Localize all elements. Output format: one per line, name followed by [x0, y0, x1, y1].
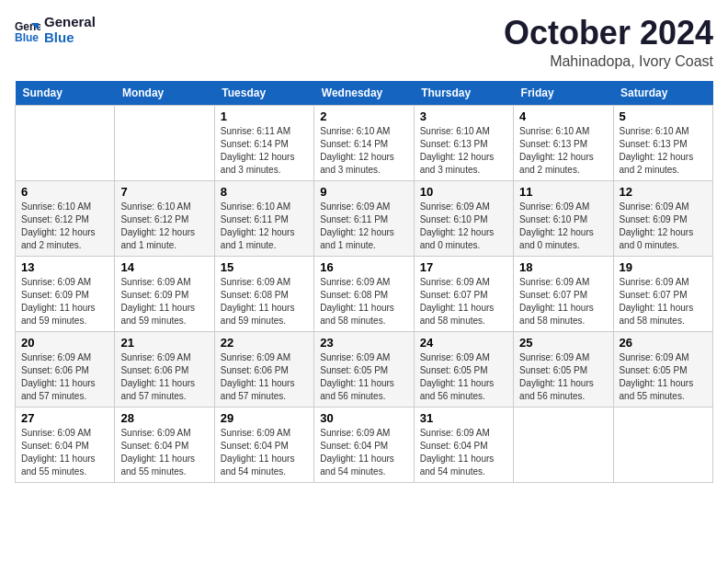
day-info: Sunrise: 6:09 AM Sunset: 6:04 PM Dayligh… [221, 427, 308, 478]
day-cell: 8Sunrise: 6:10 AM Sunset: 6:11 PM Daylig… [214, 180, 313, 256]
day-cell: 29Sunrise: 6:09 AM Sunset: 6:04 PM Dayli… [214, 407, 313, 482]
day-number: 31 [420, 411, 507, 425]
day-cell: 15Sunrise: 6:09 AM Sunset: 6:08 PM Dayli… [214, 256, 313, 331]
day-cell: 31Sunrise: 6:09 AM Sunset: 6:04 PM Dayli… [414, 407, 513, 482]
day-cell: 11Sunrise: 6:09 AM Sunset: 6:10 PM Dayli… [514, 180, 613, 256]
day-cell: 25Sunrise: 6:09 AM Sunset: 6:05 PM Dayli… [514, 331, 613, 407]
header-monday: Monday [115, 81, 214, 106]
header-tuesday: Tuesday [214, 81, 313, 106]
header-saturday: Saturday [613, 81, 712, 106]
header-friday: Friday [514, 81, 613, 106]
day-number: 1 [221, 109, 308, 123]
day-number: 10 [420, 185, 507, 199]
day-info: Sunrise: 6:09 AM Sunset: 6:05 PM Dayligh… [519, 351, 607, 403]
day-cell: 3Sunrise: 6:10 AM Sunset: 6:13 PM Daylig… [414, 105, 513, 180]
day-number: 11 [519, 185, 607, 199]
week-row-5: 27Sunrise: 6:09 AM Sunset: 6:04 PM Dayli… [16, 407, 713, 482]
header-thursday: Thursday [414, 81, 513, 106]
day-cell: 6Sunrise: 6:10 AM Sunset: 6:12 PM Daylig… [16, 180, 115, 256]
day-info: Sunrise: 6:09 AM Sunset: 6:09 PM Dayligh… [21, 276, 108, 327]
calendar-table: SundayMondayTuesdayWednesdayThursdayFrid… [15, 81, 713, 483]
day-cell: 13Sunrise: 6:09 AM Sunset: 6:09 PM Dayli… [16, 256, 115, 331]
day-cell: 2Sunrise: 6:10 AM Sunset: 6:14 PM Daylig… [314, 105, 414, 180]
header-sunday: Sunday [16, 81, 115, 106]
day-number: 12 [620, 185, 707, 199]
day-number: 7 [120, 185, 208, 199]
day-number: 2 [320, 109, 407, 123]
week-row-4: 20Sunrise: 6:09 AM Sunset: 6:06 PM Dayli… [16, 331, 713, 407]
day-info: Sunrise: 6:09 AM Sunset: 6:10 PM Dayligh… [420, 201, 507, 252]
day-info: Sunrise: 6:09 AM Sunset: 6:07 PM Dayligh… [420, 276, 507, 327]
logo-line2: Blue [44, 30, 96, 46]
day-number: 4 [519, 109, 607, 123]
day-info: Sunrise: 6:09 AM Sunset: 6:11 PM Dayligh… [320, 201, 407, 252]
logo: General Blue General Blue [15, 15, 96, 45]
day-info: Sunrise: 6:09 AM Sunset: 6:08 PM Dayligh… [221, 276, 308, 327]
day-cell: 9Sunrise: 6:09 AM Sunset: 6:11 PM Daylig… [314, 180, 414, 256]
day-cell: 28Sunrise: 6:09 AM Sunset: 6:04 PM Dayli… [115, 407, 214, 482]
day-info: Sunrise: 6:10 AM Sunset: 6:13 PM Dayligh… [519, 125, 607, 177]
day-number: 30 [320, 411, 407, 425]
day-cell: 19Sunrise: 6:09 AM Sunset: 6:07 PM Dayli… [613, 256, 712, 331]
day-cell: 7Sunrise: 6:10 AM Sunset: 6:12 PM Daylig… [115, 180, 214, 256]
day-info: Sunrise: 6:10 AM Sunset: 6:14 PM Dayligh… [320, 125, 407, 177]
day-cell: 16Sunrise: 6:09 AM Sunset: 6:08 PM Dayli… [314, 256, 414, 331]
day-number: 6 [21, 185, 108, 199]
day-cell: 30Sunrise: 6:09 AM Sunset: 6:04 PM Dayli… [314, 407, 414, 482]
day-number: 29 [221, 411, 308, 425]
day-cell: 26Sunrise: 6:09 AM Sunset: 6:05 PM Dayli… [613, 331, 712, 407]
header: General Blue General Blue October 2024 M… [15, 15, 713, 70]
week-row-3: 13Sunrise: 6:09 AM Sunset: 6:09 PM Dayli… [16, 256, 713, 331]
day-info: Sunrise: 6:09 AM Sunset: 6:09 PM Dayligh… [120, 276, 208, 327]
day-info: Sunrise: 6:09 AM Sunset: 6:05 PM Dayligh… [320, 351, 407, 403]
day-cell: 22Sunrise: 6:09 AM Sunset: 6:06 PM Dayli… [214, 331, 313, 407]
month-title: October 2024 [504, 15, 713, 52]
day-info: Sunrise: 6:10 AM Sunset: 6:13 PM Dayligh… [620, 125, 707, 177]
day-cell: 1Sunrise: 6:11 AM Sunset: 6:14 PM Daylig… [214, 105, 313, 180]
day-info: Sunrise: 6:09 AM Sunset: 6:09 PM Dayligh… [620, 201, 707, 252]
day-info: Sunrise: 6:09 AM Sunset: 6:05 PM Dayligh… [420, 351, 507, 403]
day-cell [115, 105, 214, 180]
day-number: 13 [21, 260, 108, 274]
day-cell [16, 105, 115, 180]
day-number: 27 [21, 411, 108, 425]
week-row-2: 6Sunrise: 6:10 AM Sunset: 6:12 PM Daylig… [16, 180, 713, 256]
day-number: 8 [221, 185, 308, 199]
day-number: 15 [221, 260, 308, 274]
day-number: 25 [519, 336, 607, 350]
day-cell: 18Sunrise: 6:09 AM Sunset: 6:07 PM Dayli… [514, 256, 613, 331]
day-cell: 20Sunrise: 6:09 AM Sunset: 6:06 PM Dayli… [16, 331, 115, 407]
day-info: Sunrise: 6:09 AM Sunset: 6:06 PM Dayligh… [221, 351, 308, 403]
day-cell: 27Sunrise: 6:09 AM Sunset: 6:04 PM Dayli… [16, 407, 115, 482]
day-number: 22 [221, 336, 308, 350]
logo-line1: General [44, 15, 96, 30]
day-info: Sunrise: 6:09 AM Sunset: 6:04 PM Dayligh… [21, 427, 108, 478]
day-number: 14 [120, 260, 208, 274]
day-number: 16 [320, 260, 407, 274]
day-number: 18 [519, 260, 607, 274]
day-cell: 24Sunrise: 6:09 AM Sunset: 6:05 PM Dayli… [414, 331, 513, 407]
day-info: Sunrise: 6:09 AM Sunset: 6:07 PM Dayligh… [519, 276, 607, 327]
day-number: 28 [120, 411, 208, 425]
calendar-header: SundayMondayTuesdayWednesdayThursdayFrid… [16, 81, 713, 106]
day-cell: 17Sunrise: 6:09 AM Sunset: 6:07 PM Dayli… [414, 256, 513, 331]
day-number: 21 [120, 336, 208, 350]
day-info: Sunrise: 6:09 AM Sunset: 6:07 PM Dayligh… [620, 276, 707, 327]
day-number: 23 [320, 336, 407, 350]
day-info: Sunrise: 6:09 AM Sunset: 6:04 PM Dayligh… [320, 427, 407, 478]
day-info: Sunrise: 6:10 AM Sunset: 6:13 PM Dayligh… [420, 125, 507, 177]
day-cell [514, 407, 613, 482]
day-number: 3 [420, 109, 507, 123]
day-cell: 5Sunrise: 6:10 AM Sunset: 6:13 PM Daylig… [613, 105, 712, 180]
day-number: 9 [320, 185, 407, 199]
day-number: 17 [420, 260, 507, 274]
day-number: 26 [620, 336, 707, 350]
day-cell: 21Sunrise: 6:09 AM Sunset: 6:06 PM Dayli… [115, 331, 214, 407]
day-info: Sunrise: 6:10 AM Sunset: 6:11 PM Dayligh… [221, 201, 308, 252]
day-cell: 14Sunrise: 6:09 AM Sunset: 6:09 PM Dayli… [115, 256, 214, 331]
day-cell [613, 407, 712, 482]
day-number: 24 [420, 336, 507, 350]
day-number: 5 [620, 109, 707, 123]
day-number: 19 [620, 260, 707, 274]
svg-text:Blue: Blue [15, 31, 39, 43]
